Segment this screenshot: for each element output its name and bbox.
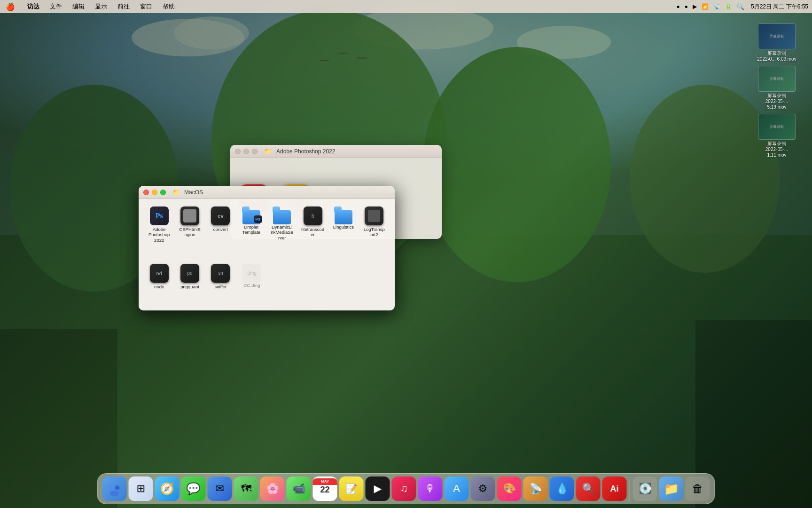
- file-label-fite: fitetranscoder: [301, 227, 324, 238]
- file-label-sniffer: sniffer: [215, 284, 227, 289]
- file-node[interactable]: nd node: [146, 262, 172, 305]
- svg-point-13: [115, 485, 120, 490]
- svg-point-14: [110, 491, 119, 496]
- finder-content: Ps Adobe Photoshop 2022 CEPHtmlEngine cv…: [139, 199, 395, 310]
- file-label-ps: Adobe Photoshop 2022: [148, 227, 171, 243]
- finder-back-titlebar: 📁 Adobe Photoshop 2022: [230, 145, 442, 158]
- apple-menu[interactable]: 🍎: [4, 1, 17, 12]
- dock-feeder[interactable]: 📡: [523, 476, 548, 501]
- dock-facetime[interactable]: 📹: [287, 476, 311, 501]
- dock-mail[interactable]: ✉: [208, 476, 232, 501]
- svg-point-12: [109, 485, 114, 490]
- dock-notes[interactable]: 📝: [339, 476, 364, 501]
- dock-calendar[interactable]: MAY 22: [313, 476, 337, 501]
- dock-system-prefs[interactable]: ⚙: [471, 476, 495, 501]
- file-droplet-template[interactable]: Ps Droplet Template: [238, 205, 265, 258]
- file-cep[interactable]: CEPHtmlEngine: [176, 205, 203, 258]
- finder-front-title: MacOS: [184, 189, 203, 196]
- dock-separator: [630, 480, 630, 501]
- file-label-node: node: [154, 284, 164, 289]
- desktop-file-2[interactable]: 屏幕录制 屏幕录制2022-05-... 5:19.mov: [756, 66, 798, 110]
- file-label-convert: convert: [213, 227, 228, 232]
- dock-finder[interactable]: [102, 476, 127, 501]
- desktop-file-label-2: 屏幕录制2022-05-... 5:19.mov: [756, 93, 798, 110]
- dock-adobe-cc[interactable]: Ai: [602, 476, 627, 501]
- dock-colorsync[interactable]: 🎨: [497, 476, 522, 501]
- menu-file[interactable]: 文件: [48, 1, 64, 12]
- finder-window-front[interactable]: 📁 MacOS Ps Adobe Photoshop 2022 CEPHtmlE…: [139, 186, 395, 310]
- file-label-droplet: Droplet Template: [240, 224, 263, 235]
- menu-help[interactable]: 帮助: [161, 1, 177, 12]
- file-sniffer[interactable]: sn sniffer: [207, 262, 234, 305]
- file-label-logtransport: LogTransport2: [363, 227, 386, 238]
- dock-eject[interactable]: 💽: [633, 476, 657, 501]
- status-icon-2[interactable]: ●: [685, 3, 688, 10]
- dock-launchpad[interactable]: ⊞: [129, 476, 153, 501]
- dock-spotlight-red[interactable]: 🔍: [576, 476, 601, 501]
- menubar-right: ● ● ▶ 📶 📡 🔋 🔍 5月22日 周二 下午6:55: [676, 3, 808, 11]
- status-icon-1[interactable]: ●: [676, 3, 679, 10]
- desktop-file-1[interactable]: 屏幕录制 屏幕录制2022-0... 6:09.mov: [756, 24, 798, 62]
- tl-minimize[interactable]: [152, 190, 157, 195]
- file-fitetranscoder[interactable]: ft fitetranscoder: [299, 205, 326, 258]
- file-adobe-ps[interactable]: Ps Adobe Photoshop 2022: [146, 205, 172, 258]
- file-label-cep: CEPHtmlEngine: [178, 227, 201, 238]
- dock-appstore[interactable]: A: [445, 476, 469, 501]
- status-icon-4[interactable]: 📶: [702, 3, 709, 10]
- desktop-file-label-1: 屏幕录制2022-0... 6:09.mov: [757, 51, 796, 62]
- file-logtransport[interactable]: LogTransport2: [361, 205, 388, 258]
- file-dynamiclink[interactable]: DynamicLinkMediaServer: [269, 205, 296, 258]
- finder-front-titlebar: 📁 MacOS: [139, 186, 395, 199]
- dock-tv[interactable]: ▶: [366, 476, 390, 501]
- tl-maximize[interactable]: [160, 190, 166, 195]
- file-label-dmg: .CC.dmg: [242, 283, 260, 288]
- file-pngquant[interactable]: pq pngquant: [176, 262, 203, 305]
- tl-close[interactable]: [143, 190, 149, 195]
- tl-max-back[interactable]: [252, 149, 258, 154]
- search-icon[interactable]: 🔍: [737, 3, 744, 10]
- menu-app-name[interactable]: 访达: [25, 1, 41, 12]
- desktop-file-label-3: 屏幕录制2022-05-... 1:11.mov: [756, 141, 798, 158]
- desktop-file-3[interactable]: 屏幕录制 屏幕录制2022-05-... 1:11.mov: [756, 114, 798, 158]
- dock-maps[interactable]: 🗺: [234, 476, 258, 501]
- file-label-linguistics: Linguistics: [333, 224, 354, 230]
- dock-photos[interactable]: 🌸: [260, 476, 285, 501]
- file-label-dynamiclink: DynamicLinkMediaServer: [271, 224, 294, 240]
- dock-folder[interactable]: 📁: [659, 476, 684, 501]
- dock: ⊞ 🧭 💬 ✉ 🗺 🌸 📹 MAY 22 📝 ▶ ♫ 🎙 A: [97, 473, 715, 504]
- desktop-overlay: [0, 0, 812, 508]
- file-linguistics[interactable]: Linguistics: [330, 205, 357, 258]
- dock-messages[interactable]: 💬: [181, 476, 206, 501]
- dock-podcasts[interactable]: 🎙: [418, 476, 443, 501]
- menu-view[interactable]: 显示: [93, 1, 109, 12]
- dock-trash[interactable]: 🗑: [686, 476, 710, 501]
- desktop-icons-area: 屏幕录制 屏幕录制2022-0... 6:09.mov 屏幕录制 屏幕录制202…: [756, 24, 798, 158]
- file-label-pngquant: pngquant: [180, 284, 199, 289]
- file-dmg[interactable]: .dmg .CC.dmg: [238, 262, 265, 305]
- menubar-left: 🍎 访达 文件 编辑 显示 前往 窗口 帮助: [4, 1, 177, 12]
- status-icon-3[interactable]: ▶: [693, 3, 697, 10]
- tl-close-back[interactable]: [235, 149, 241, 154]
- dock-safari[interactable]: 🧭: [155, 476, 180, 501]
- dock-raindrop[interactable]: 💧: [550, 476, 574, 501]
- menu-window[interactable]: 窗口: [138, 1, 154, 12]
- menubar: 🍎 访达 文件 编辑 显示 前往 窗口 帮助 ● ● ▶ 📶 📡 🔋 🔍 5月2…: [0, 0, 812, 13]
- finder-back-title: Adobe Photoshop 2022: [276, 148, 335, 155]
- file-convert[interactable]: cv convert: [207, 205, 234, 258]
- menu-edit[interactable]: 编辑: [70, 1, 86, 12]
- status-icon-wifi[interactable]: 📡: [713, 3, 720, 10]
- dock-music[interactable]: ♫: [392, 476, 416, 501]
- menu-clock: 5月22日 周二 下午6:55: [751, 3, 808, 11]
- status-icon-battery[interactable]: 🔋: [725, 3, 732, 10]
- tl-min-back[interactable]: [243, 149, 249, 154]
- menu-go[interactable]: 前往: [116, 1, 132, 12]
